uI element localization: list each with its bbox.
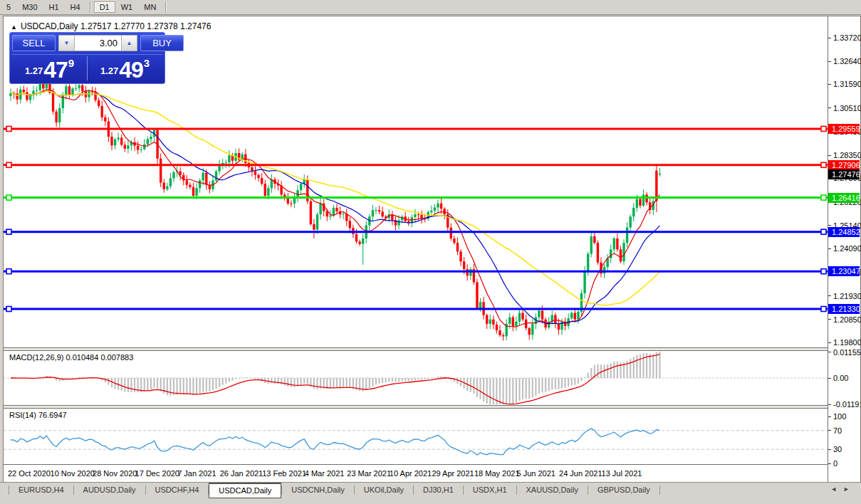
level-price-badge: 1.23047 bbox=[828, 266, 860, 276]
volume-increase-button[interactable]: ▲ bbox=[121, 35, 137, 51]
rsi-label: RSI(14) 76.6947 bbox=[9, 411, 67, 419]
axis-tick-mark bbox=[828, 295, 831, 296]
tab-scroll-left-icon[interactable]: ◄ bbox=[830, 485, 837, 493]
date-tick-label: 5 Jun 2021 bbox=[516, 469, 555, 478]
tab-separator bbox=[659, 485, 660, 495]
axis-tick-mark bbox=[828, 449, 831, 450]
buy-price-pip: 3 bbox=[144, 57, 150, 69]
buy-price[interactable]: 1.27 49 3 bbox=[88, 56, 162, 80]
trading-terminal: 5M30H1H4D1W1MN ▲USDCAD,Daily 1.27517 1.2… bbox=[0, 0, 861, 504]
axis-tick-mark bbox=[828, 155, 831, 156]
rsi-scale-label: 0 bbox=[833, 459, 837, 468]
plot-column: ▲USDCAD,Daily 1.27517 1.27770 1.27378 1.… bbox=[4, 16, 828, 483]
tab-gbpusd-daily[interactable]: GBPUSD,Daily bbox=[588, 483, 659, 497]
timeframe-button-m30[interactable]: M30 bbox=[16, 1, 43, 13]
tab-navigation: ◄► bbox=[830, 483, 861, 493]
chart-title: ▲USDCAD,Daily 1.27517 1.27770 1.27378 1.… bbox=[11, 21, 211, 31]
date-tick-label: 10 Apr 2021 bbox=[390, 469, 432, 478]
price-tick-label: 1.21930 bbox=[833, 292, 861, 300]
date-tick-label: 17 Dec 2020 bbox=[135, 469, 179, 478]
price-tick-label: 1.32640 bbox=[833, 57, 861, 65]
volume-input[interactable] bbox=[75, 35, 121, 51]
timeframe-button-5[interactable]: 5 bbox=[1, 1, 16, 13]
axis-tick-mark bbox=[828, 342, 831, 343]
axis-tick-mark bbox=[828, 319, 831, 320]
tab-usdchf-h4[interactable]: USDCHF,H4 bbox=[146, 483, 209, 497]
axis-tick-mark bbox=[828, 225, 831, 226]
one-click-trade-panel: SELL ▼ ▲ BUY 1.27 47 9 1.27 bbox=[9, 32, 165, 84]
timeframe-button-d1[interactable]: D1 bbox=[94, 1, 115, 13]
tab-ukoil-daily[interactable]: UKOil,Daily bbox=[355, 483, 413, 497]
current-price-badge: 1.27476 bbox=[828, 169, 860, 179]
sell-button[interactable]: SELL bbox=[12, 35, 56, 51]
timeframe-button-h1[interactable]: H1 bbox=[43, 1, 65, 13]
sell-price-big: 47 bbox=[43, 61, 68, 79]
toolbar-separator bbox=[90, 1, 90, 13]
axis-tick-mark bbox=[828, 416, 831, 417]
axis-tick-mark bbox=[828, 107, 831, 108]
tab-dj30-h1[interactable]: DJ30,H1 bbox=[414, 483, 463, 497]
tab-scroll-right-icon[interactable]: ► bbox=[843, 485, 850, 493]
sell-price-prefix: 1.27 bbox=[25, 65, 43, 76]
date-tick-label: 23 Mar 2021 bbox=[347, 469, 391, 478]
price-tick-label: 1.30510 bbox=[833, 104, 861, 112]
rsi-scale-label: 30 bbox=[833, 445, 842, 453]
buy-price-prefix: 1.27 bbox=[100, 65, 118, 76]
date-tick-label: 13 Jul 2021 bbox=[602, 469, 642, 478]
sell-price-pip: 9 bbox=[68, 57, 74, 69]
price-tick-label: 1.33720 bbox=[833, 33, 861, 42]
chart-title-text: USDCAD,Daily 1.27517 1.27770 1.27378 1.2… bbox=[21, 21, 212, 31]
price-tick-label: 1.20850 bbox=[833, 315, 861, 324]
time-axis: 22 Oct 202010 Nov 202028 Nov 202017 Dec … bbox=[4, 464, 828, 484]
level-price-badge: 1.27906 bbox=[828, 160, 860, 170]
macd-scale-label: 0.00 bbox=[833, 374, 848, 382]
tab-eurusd-h4[interactable]: EURUSD,H4 bbox=[9, 483, 73, 497]
date-tick-label: 26 Jan 2021 bbox=[220, 469, 263, 478]
date-tick-label: 24 Jun 2021 bbox=[559, 469, 602, 478]
level-price-badge: 1.26416 bbox=[828, 193, 860, 203]
axis-tick-mark bbox=[828, 61, 831, 62]
tab-audusd-daily[interactable]: AUDUSD,Daily bbox=[74, 483, 145, 497]
toolbar-separator bbox=[165, 1, 166, 13]
axis-tick-mark bbox=[828, 248, 831, 249]
rsi-pane[interactable] bbox=[4, 409, 828, 464]
symbol-tabbar: EURUSD,H4AUDUSD,DailyUSDCHF,H4USDCAD,Dai… bbox=[0, 482, 861, 504]
price-tick-label: 1.31590 bbox=[833, 80, 861, 88]
date-tick-label: 29 Apr 2021 bbox=[432, 469, 474, 478]
date-tick-label: 28 Nov 2020 bbox=[93, 469, 137, 478]
buy-price-big: 49 bbox=[119, 61, 143, 79]
date-tick-label: 7 Jan 2021 bbox=[177, 469, 216, 478]
sell-price[interactable]: 1.27 47 9 bbox=[12, 56, 88, 80]
rsi-scale-label: 100 bbox=[833, 412, 846, 421]
date-tick-label: 10 Nov 2020 bbox=[51, 469, 95, 478]
tab-usdx-h1[interactable]: USDX,H1 bbox=[464, 483, 516, 497]
tab-usdcad-daily[interactable]: USDCAD,Daily bbox=[209, 483, 281, 498]
date-tick-label: 13 Feb 2021 bbox=[262, 469, 306, 478]
timeframe-button-mn[interactable]: MN bbox=[138, 1, 162, 13]
axis-tick-mark bbox=[828, 38, 831, 38]
buy-button[interactable]: BUY bbox=[140, 35, 184, 51]
date-tick-label: 22 Oct 2020 bbox=[8, 469, 51, 478]
price-tick-label: 1.19800 bbox=[833, 338, 861, 347]
date-tick-label: 4 Mar 2021 bbox=[305, 469, 345, 478]
chart-window: ▲USDCAD,Daily 1.27517 1.27770 1.27378 1.… bbox=[3, 16, 861, 484]
level-price-badge: 1.24852 bbox=[828, 227, 860, 237]
tab-usdcnh-daily[interactable]: USDCNH,Daily bbox=[282, 483, 354, 497]
price-tick-label: 1.24090 bbox=[833, 244, 861, 253]
triangle-icon: ▲ bbox=[11, 23, 17, 31]
axis-tick-mark bbox=[828, 430, 831, 431]
level-price-badge: 1.21330 bbox=[828, 304, 860, 314]
tab-xauusd-daily[interactable]: XAUUSD,Daily bbox=[517, 483, 588, 497]
axis-tick-mark bbox=[828, 352, 831, 352]
macd-label: MACD(12,26,9) 0.010484 0.007883 bbox=[9, 353, 133, 362]
price-axis: 1.337201.326401.315901.305101.294301.283… bbox=[828, 16, 860, 483]
timeframe-button-h4[interactable]: H4 bbox=[65, 1, 86, 13]
timeframe-button-w1[interactable]: W1 bbox=[115, 1, 139, 13]
axis-tick-mark bbox=[828, 463, 831, 464]
axis-tick-mark bbox=[828, 378, 831, 379]
axis-tick-mark bbox=[828, 404, 831, 405]
axis-tick-mark bbox=[828, 84, 831, 85]
timeframe-toolbar: 5M30H1H4D1W1MN bbox=[0, 0, 861, 15]
volume-decrease-button[interactable]: ▼ bbox=[58, 35, 75, 51]
date-tick-label: 18 May 2021 bbox=[474, 469, 520, 478]
